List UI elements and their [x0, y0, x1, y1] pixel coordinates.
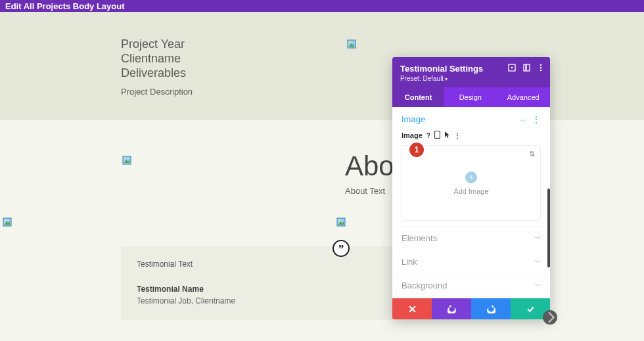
broken-image-icon: [3, 217, 12, 227]
panel-tabs: Content Design Advanced: [392, 87, 550, 107]
broken-image-icon: [347, 39, 356, 49]
project-clientname: Clientname: [121, 51, 193, 66]
more-icon[interactable]: [537, 62, 545, 74]
top-bar: Edit All Projects Body Layout: [0, 0, 644, 12]
chevron-down-icon: ﹀: [534, 234, 541, 243]
svg-point-18: [540, 70, 541, 71]
svg-point-8: [5, 219, 6, 221]
chevron-up-icon: ︿: [520, 115, 526, 124]
svg-marker-20: [445, 131, 449, 138]
svg-rect-19: [434, 131, 440, 139]
broken-image-icon: [122, 156, 131, 165]
chevron-down-icon: ﹀: [534, 258, 541, 267]
broken-image-icon: [336, 217, 346, 227]
tab-advanced[interactable]: Advanced: [496, 87, 550, 107]
hover-icon[interactable]: [444, 131, 450, 140]
group-background-label: Background: [402, 281, 447, 290]
more-icon[interactable]: ⋮: [454, 132, 461, 139]
group-link-label: Link: [402, 257, 417, 267]
tab-content[interactable]: Content: [392, 87, 444, 107]
project-desc: Project Description: [121, 87, 193, 97]
plus-icon: +: [465, 171, 477, 183]
group-background-head[interactable]: Background ﹀: [392, 273, 550, 297]
panel-body: Image ︿ ⋮ Image ? ⋮ ⇅ + Add Image Elemen…: [392, 107, 550, 298]
svg-point-2: [349, 41, 350, 43]
undo-button[interactable]: [432, 298, 471, 319]
group-elements-label: Elements: [402, 233, 437, 243]
about-heading: Abo: [345, 150, 394, 182]
svg-point-13: [511, 67, 513, 69]
svg-point-16: [540, 64, 541, 66]
svg-rect-15: [526, 64, 530, 71]
tab-design[interactable]: Design: [444, 87, 496, 107]
snap-icon[interactable]: [522, 62, 530, 74]
chevron-down-icon: ﹀: [534, 281, 541, 290]
project-year: Project Year: [121, 37, 193, 51]
group-elements-head[interactable]: Elements ﹀: [392, 226, 550, 250]
panel-preset[interactable]: Preset: Default: [400, 75, 542, 82]
svg-rect-14: [524, 64, 526, 71]
tablet-icon[interactable]: [434, 131, 440, 140]
option-image-label: Image: [402, 131, 423, 139]
group-image-label: Image: [402, 114, 425, 124]
panel-footer: [392, 298, 550, 319]
about-text: About Text: [345, 186, 385, 196]
expand-icon[interactable]: [508, 62, 516, 74]
group-image-head[interactable]: Image ︿ ⋮: [392, 107, 550, 131]
add-image-label: Add Image: [453, 187, 488, 195]
settings-panel[interactable]: Testimonial Settings Preset: Default Con…: [392, 57, 550, 319]
group-link-head[interactable]: Link ﹀: [392, 250, 550, 273]
callout-1: 1: [409, 143, 424, 157]
svg-point-11: [338, 219, 340, 221]
add-image-box[interactable]: ⇅ + Add Image: [402, 145, 541, 221]
panel-header[interactable]: Testimonial Settings Preset: Default: [392, 57, 550, 87]
filters-icon[interactable]: ⇅: [529, 150, 535, 158]
project-deliverables: Deliverables: [121, 66, 193, 80]
cancel-button[interactable]: [392, 298, 432, 319]
svg-point-5: [124, 158, 126, 159]
top-bar-title: Edit All Projects Body Layout: [5, 1, 125, 11]
more-icon[interactable]: ⋮: [532, 115, 541, 124]
help-icon[interactable]: ?: [426, 132, 430, 139]
panel-scrollbar[interactable]: [547, 189, 550, 267]
svg-point-17: [540, 67, 541, 68]
resize-handle-icon[interactable]: [543, 310, 557, 325]
redo-button[interactable]: [471, 298, 511, 319]
project-text-block: Project Year Clientname Deliverables Pro…: [121, 37, 193, 97]
quote-icon: ”: [333, 240, 350, 257]
